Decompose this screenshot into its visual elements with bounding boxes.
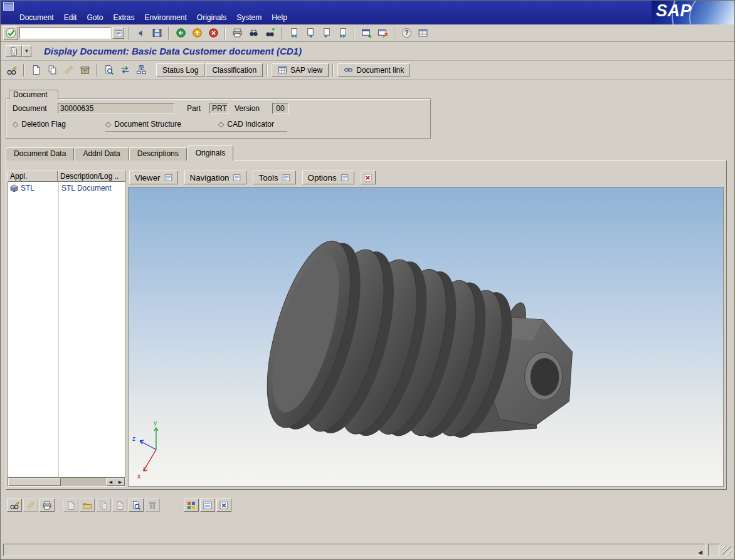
back-button[interactable]: [173, 26, 188, 40]
horizontal-scrollbar[interactable]: ◀ ▶: [8, 477, 125, 487]
resize-grip-icon[interactable]: [722, 546, 732, 556]
check-out-button[interactable]: [112, 499, 127, 512]
status-history-icon[interactable]: ◀: [698, 547, 702, 558]
display-originals-button[interactable]: [101, 63, 116, 77]
column-header-appl[interactable]: Appl.: [8, 171, 58, 182]
window-system-icon[interactable]: [3, 2, 14, 11]
menu-environment[interactable]: Environment: [139, 12, 191, 23]
services-for-object-button[interactable]: [6, 45, 22, 57]
menu-document[interactable]: Document: [14, 12, 59, 23]
detail-original-button[interactable]: [129, 499, 144, 512]
print-button[interactable]: [230, 26, 245, 40]
command-field[interactable]: [19, 27, 111, 39]
trash-icon: [147, 500, 157, 510]
tab-descriptions[interactable]: Descriptions: [129, 147, 187, 161]
tab-addnl-data[interactable]: Addnl Data: [75, 147, 128, 161]
list-view-button[interactable]: [200, 499, 215, 512]
first-page-button[interactable]: [286, 26, 301, 40]
edit-document-button[interactable]: [61, 63, 76, 77]
status-message-field[interactable]: ◀: [3, 544, 706, 556]
menu-originals[interactable]: Originals: [192, 12, 231, 23]
enter-button[interactable]: [3, 26, 18, 40]
layout-icon: [418, 28, 428, 38]
find-next-button[interactable]: [262, 26, 277, 40]
prev-page-button[interactable]: [302, 26, 317, 40]
print-original-button[interactable]: [40, 499, 55, 512]
find-button[interactable]: [246, 26, 261, 40]
new-document-button[interactable]: [28, 63, 43, 77]
status-log-button[interactable]: Status Log: [156, 63, 204, 77]
grid-icon: [278, 65, 287, 75]
command-history-button[interactable]: [112, 27, 124, 39]
menu-help[interactable]: Help: [267, 12, 292, 23]
table-row[interactable]: STL STL Document: [8, 182, 125, 194]
layout-button[interactable]: [415, 26, 430, 40]
save-button[interactable]: [149, 26, 164, 40]
close-preview-button[interactable]: [216, 499, 231, 512]
version-field[interactable]: 00: [272, 103, 288, 114]
deletion-flag-label: Deletion Flag: [21, 120, 66, 129]
next-page-button[interactable]: [319, 26, 334, 40]
tools-menu-button[interactable]: Tools: [253, 171, 295, 184]
add-original-button[interactable]: [63, 499, 78, 512]
display-change-button[interactable]: [4, 63, 19, 77]
titlebar: Document Edit Goto Extras Environment Or…: [1, 1, 734, 24]
menu-system[interactable]: System: [231, 12, 267, 23]
divider: [105, 131, 287, 132]
document-structure-indicator[interactable]: ◇ Document Structure: [105, 120, 181, 129]
help-button[interactable]: ?: [399, 26, 414, 40]
menu-goto[interactable]: Goto: [82, 12, 108, 23]
swap-button[interactable]: [117, 63, 132, 77]
tiles-icon: [186, 500, 196, 510]
cancel-button[interactable]: [206, 26, 221, 40]
pencil-icon: [26, 500, 36, 510]
check-in-button[interactable]: [96, 499, 111, 512]
classification-button[interactable]: Classification: [206, 63, 263, 77]
display-original-button[interactable]: [7, 499, 22, 512]
tab-document-data[interactable]: Document Data: [6, 147, 74, 161]
document-number-field[interactable]: 30000635: [58, 103, 174, 114]
scroll-left-button[interactable]: ◀: [106, 478, 115, 486]
column-header-description[interactable]: Description/Log ..: [58, 171, 125, 182]
change-original-button[interactable]: [23, 499, 38, 512]
new-session-button[interactable]: [359, 26, 374, 40]
viewer-canvas[interactable]: y z x: [128, 187, 724, 487]
viewer-toolbar: Viewer Navigation Tools Options: [129, 169, 376, 186]
tab-originals[interactable]: Originals: [188, 145, 233, 161]
copy-document-button[interactable]: [45, 63, 60, 77]
menu-edit[interactable]: Edit: [59, 12, 82, 23]
menu-extras[interactable]: Extras: [108, 12, 139, 23]
options-menu-button[interactable]: Options: [302, 171, 354, 184]
exit-icon: [192, 28, 203, 38]
open-original-button[interactable]: [80, 499, 95, 512]
sap-view-button[interactable]: SAP view: [272, 63, 329, 77]
part-label: Part: [187, 104, 201, 113]
deletion-flag-indicator[interactable]: ◇ Deletion Flag: [13, 120, 66, 129]
viewer-red-button[interactable]: [361, 171, 376, 184]
services-for-object-icon: [9, 46, 19, 56]
status-info-box[interactable]: [708, 544, 719, 556]
3d-viewport[interactable]: y z x: [129, 188, 723, 486]
list-lines-icon: [203, 500, 213, 510]
delete-original-button[interactable]: [145, 499, 160, 512]
folder-icon: [82, 500, 92, 510]
document-link-button[interactable]: Document link: [337, 63, 410, 77]
exit-button[interactable]: [189, 26, 204, 40]
navigation-menu-button[interactable]: Navigation: [184, 171, 247, 184]
hide-command-button[interactable]: [133, 26, 148, 40]
scroll-right-button[interactable]: ▶: [115, 478, 125, 486]
classification-label: Classification: [212, 66, 256, 75]
hierarchy-button[interactable]: [134, 63, 149, 77]
cad-indicator[interactable]: ◇ CAD Indicator: [218, 120, 274, 129]
scrollbar-thumb[interactable]: [8, 478, 61, 486]
viewer-menu-button[interactable]: Viewer: [129, 171, 178, 184]
tiles-view-button[interactable]: [184, 499, 199, 512]
archive-button[interactable]: [77, 63, 92, 77]
services-dropdown-button[interactable]: ▼: [22, 45, 31, 57]
shortcut-button[interactable]: [375, 26, 390, 40]
shortcut-icon: [378, 28, 388, 38]
help-icon: ?: [401, 28, 412, 38]
document-structure-label: Document Structure: [114, 120, 181, 129]
last-page-button[interactable]: [335, 26, 350, 40]
part-field[interactable]: PRT: [209, 103, 228, 114]
